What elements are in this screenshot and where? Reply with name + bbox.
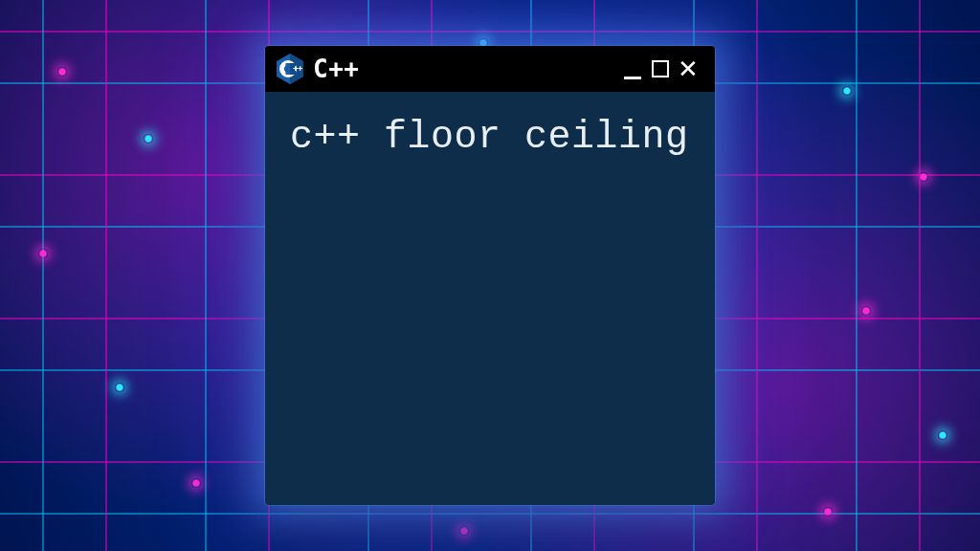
close-button[interactable]: ✕ xyxy=(675,56,702,81)
window-controls: ✕ xyxy=(619,56,702,81)
minimize-button[interactable] xyxy=(619,58,646,79)
titlebar[interactable]: + + C++ ✕ xyxy=(265,46,715,92)
cpp-logo-icon: + + xyxy=(277,54,303,84)
maximize-button[interactable] xyxy=(652,60,669,77)
window-title: C++ xyxy=(313,55,610,83)
terminal-window: + + C++ ✕ c++ floor ceiling xyxy=(265,46,715,505)
terminal-content: c++ floor ceiling xyxy=(265,92,715,505)
svg-text:+: + xyxy=(298,64,302,74)
